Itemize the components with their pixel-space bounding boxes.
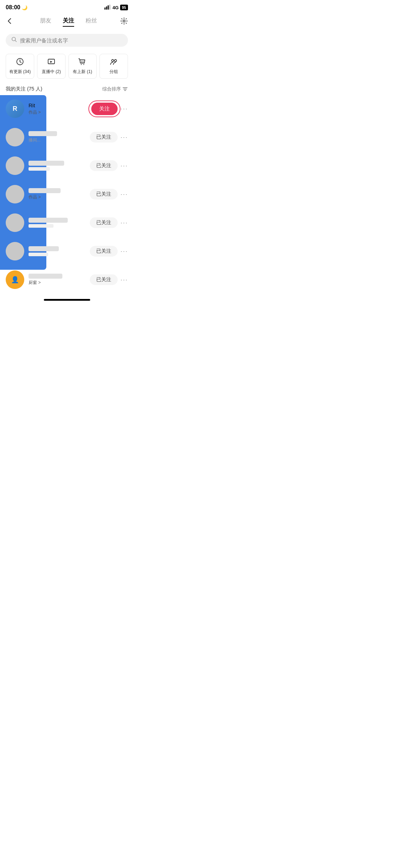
svg-point-8 — [81, 64, 82, 65]
more-button[interactable]: ··· — [120, 134, 128, 141]
user-name — [29, 274, 62, 279]
list-item: 作品 > 已关注 ··· — [0, 181, 134, 208]
avatar-image — [6, 185, 24, 203]
user-actions: 关注 ··· — [91, 103, 128, 115]
more-button[interactable]: ··· — [120, 219, 128, 227]
user-sub: 作品 > — [29, 194, 90, 200]
followed-button[interactable]: 已关注 — [90, 160, 118, 171]
avatar — [6, 213, 24, 232]
svg-point-10 — [112, 60, 114, 62]
user-actions: 已关注 ··· — [90, 160, 128, 171]
user-sub: 播间... — [29, 137, 90, 143]
followed-button[interactable]: 已关注 — [90, 274, 118, 285]
user-sub — [29, 224, 53, 228]
user-info — [29, 161, 90, 171]
clock-icon — [16, 58, 24, 67]
list-item: 播间... 已关注 ··· — [0, 124, 134, 151]
moon-icon: 🌙 — [22, 5, 27, 10]
more-button[interactable]: ··· — [120, 162, 128, 170]
user-info — [29, 218, 90, 228]
followed-button[interactable]: 已关注 — [90, 217, 118, 228]
avatar — [6, 185, 24, 203]
user-actions: 已关注 ··· — [90, 274, 128, 285]
user-info: Rit 作品 > — [29, 102, 91, 115]
back-button[interactable] — [6, 16, 16, 28]
list-item: 已关注 ··· — [0, 238, 134, 265]
filter-new[interactable]: 有上新 (1) — [68, 54, 97, 79]
tab-follow[interactable]: 关注 — [63, 17, 74, 27]
more-button[interactable]: ··· — [120, 191, 128, 198]
svg-rect-3 — [109, 5, 110, 10]
filter-live[interactable]: 直播中 (2) — [37, 54, 66, 79]
live-icon — [47, 58, 55, 67]
avatar: R — [6, 99, 24, 118]
filter-groups[interactable]: 分组 — [99, 54, 128, 79]
user-actions: 已关注 ··· — [90, 189, 128, 200]
user-name — [29, 131, 57, 136]
user-actions: 已关注 ··· — [90, 217, 128, 228]
status-bar: 08:00 🌙 4G 95 — [0, 0, 134, 13]
user-name — [29, 246, 59, 251]
user-info: 播间... — [29, 131, 90, 143]
top-nav: 朋友 关注 粉丝 — [0, 13, 134, 31]
svg-point-9 — [83, 64, 84, 65]
group-icon — [110, 58, 118, 67]
user-actions: 已关注 ··· — [90, 246, 128, 257]
more-button[interactable]: ··· — [120, 276, 128, 284]
avatar-image: R — [6, 99, 24, 118]
user-info: 作品 > — [29, 188, 90, 200]
follows-count: 我的关注 (75 人) — [6, 86, 42, 92]
follows-header: 我的关注 (75 人) 综合排序 — [0, 83, 134, 95]
avatar-image — [6, 128, 24, 146]
svg-rect-0 — [104, 7, 106, 10]
user-info: 厨窗 > — [29, 274, 90, 286]
status-time: 08:00 🌙 — [6, 4, 27, 11]
list-item: 已关注 ··· — [0, 209, 134, 236]
filter-groups-label: 分组 — [109, 69, 118, 75]
filter-updates-label: 有更新 (34) — [9, 69, 31, 75]
svg-point-4 — [123, 20, 125, 22]
tab-friends[interactable]: 朋友 — [40, 17, 51, 27]
user-sub: 厨窗 > — [29, 280, 90, 286]
user-sub — [29, 253, 48, 256]
avatar-image — [6, 213, 24, 232]
user-list: R Rit 作品 > 关注 ··· 播间... 已关注 ··· — [0, 95, 134, 293]
user-sub — [29, 167, 50, 171]
tab-fans[interactable]: 粉丝 — [86, 17, 97, 27]
settings-button[interactable] — [120, 17, 128, 27]
svg-rect-1 — [106, 6, 107, 10]
user-name — [29, 218, 68, 223]
filter-new-label: 有上新 (1) — [73, 69, 92, 75]
filter-live-label: 直播中 (2) — [42, 69, 61, 75]
list-item: R Rit 作品 > 关注 ··· — [0, 95, 134, 122]
home-indicator — [0, 296, 134, 303]
battery-indicator: 95 — [120, 5, 128, 10]
avatar-image — [6, 242, 24, 260]
signal-icon — [104, 5, 111, 11]
more-button[interactable]: ··· — [120, 248, 128, 255]
list-item: 已关注 ··· — [0, 152, 134, 179]
avatar-image: 👤 — [6, 270, 24, 289]
followed-button[interactable]: 已关注 — [90, 189, 118, 200]
avatar — [6, 128, 24, 146]
list-item: 👤 厨窗 > 已关注 ··· — [0, 266, 134, 293]
user-actions: 已关注 ··· — [90, 132, 128, 143]
search-input[interactable] — [20, 37, 122, 43]
avatar — [6, 156, 24, 175]
followed-button[interactable]: 已关注 — [90, 246, 118, 257]
user-name — [29, 161, 64, 166]
followed-button[interactable]: 已关注 — [90, 132, 118, 143]
follow-button[interactable]: 关注 — [91, 103, 118, 115]
svg-rect-2 — [108, 5, 109, 10]
shop-icon — [78, 58, 86, 67]
more-button[interactable]: ··· — [120, 105, 128, 113]
svg-point-11 — [114, 60, 117, 62]
user-sub: 作品 > — [29, 109, 91, 115]
avatar: 👤 — [6, 270, 24, 289]
status-icons: 4G 95 — [104, 5, 128, 11]
avatar — [6, 242, 24, 260]
sort-button[interactable]: 综合排序 — [102, 86, 128, 92]
filter-updates[interactable]: 有更新 (34) — [6, 54, 34, 79]
search-bar[interactable] — [6, 34, 128, 47]
home-bar — [44, 299, 90, 301]
